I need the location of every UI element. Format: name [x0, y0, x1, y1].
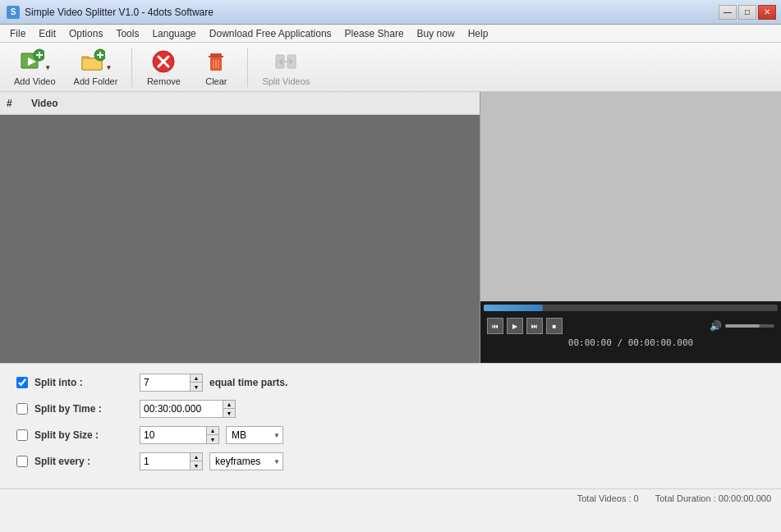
split-by-time-input-container: ▲ ▼	[140, 400, 236, 418]
controls-row: ⏮ ▶ ⏭ ■ 🔊	[484, 316, 778, 336]
remove-label: Remove	[147, 76, 181, 86]
total-duration-status: Total Duration : 00:00:00.000	[655, 493, 771, 503]
add-video-arrow[interactable]: ▼	[44, 48, 51, 75]
split-every-input-container: ▲ ▼	[140, 452, 203, 470]
volume-slider[interactable]	[725, 324, 774, 328]
video-list: # Video	[0, 92, 480, 363]
bottom-panel: Split into : ▲ ▼ equal time parts. Split…	[0, 363, 781, 488]
menu-options[interactable]: Options	[62, 25, 109, 42]
video-list-header: # Video	[0, 92, 480, 115]
split-every-input[interactable]	[140, 453, 190, 470]
volume-fill	[725, 324, 760, 328]
svg-rect-12	[210, 53, 222, 56]
minimize-button[interactable]: —	[719, 5, 737, 20]
split-by-time-input[interactable]	[140, 401, 223, 417]
title-bar: S Simple Video Splitter V1.0 - 4dots Sof…	[0, 0, 781, 25]
progress-bar-fill	[484, 305, 543, 311]
equal-time-label: equal time parts.	[209, 377, 287, 388]
split-into-input[interactable]	[140, 374, 190, 391]
volume-icon: 🔊	[710, 320, 722, 332]
split-every-checkbox[interactable]	[16, 456, 28, 467]
menu-edit[interactable]: Edit	[32, 25, 62, 42]
menu-language[interactable]: Language	[145, 25, 202, 42]
split-by-time-row: Split by Time : ▲ ▼	[16, 400, 765, 418]
split-videos-button[interactable]: Split Videos	[255, 46, 317, 89]
skip-forward-button[interactable]: ⏭	[526, 318, 543, 334]
player-controls: ⏮ ▶ ⏭ ■ 🔊 00:00:00 / 00:00:00.000	[480, 301, 781, 363]
split-every-unit-container: keyframes seconds frames ▼	[209, 452, 283, 470]
split-by-time-label[interactable]: Split by Time :	[34, 403, 133, 415]
window-title: Simple Video Splitter V1.0 - 4dots Softw…	[25, 7, 214, 18]
maximize-button[interactable]: □	[738, 5, 756, 20]
split-every-spin-down[interactable]: ▼	[191, 461, 202, 470]
split-size-unit-select[interactable]: MB GB KB	[226, 426, 283, 444]
add-video-icon	[18, 48, 44, 75]
split-videos-icon	[273, 48, 299, 75]
split-size-unit-container: MB GB KB ▼	[226, 426, 283, 444]
toolbar-separator-1	[131, 48, 132, 87]
video-list-body	[0, 115, 480, 363]
clear-label: Clear	[205, 76, 227, 86]
split-into-label[interactable]: Split into :	[34, 377, 133, 388]
remove-icon	[150, 48, 177, 75]
split-every-spinners: ▲ ▼	[190, 453, 202, 470]
play-button[interactable]: ▶	[507, 318, 523, 334]
split-size-spinners: ▲ ▼	[206, 427, 218, 443]
add-folder-icon	[79, 48, 105, 75]
split-every-row: Split every : ▲ ▼ keyframes seconds fram…	[16, 452, 765, 470]
svg-rect-13	[209, 56, 223, 57]
toolbar: ▼ Add Video ▼ Add Folder	[0, 43, 781, 92]
split-by-size-label[interactable]: Split by Size :	[34, 429, 133, 441]
app-icon: S	[7, 6, 20, 19]
split-size-spin-up[interactable]: ▲	[207, 427, 218, 435]
split-size-spin-down[interactable]: ▼	[207, 435, 218, 443]
time-display: 00:00:00 / 00:00:00.000	[484, 336, 778, 350]
split-by-size-checkbox[interactable]	[16, 429, 28, 441]
toolbar-separator-2	[247, 48, 248, 87]
menu-please-share[interactable]: Please Share	[338, 25, 411, 42]
add-folder-label: Add Folder	[74, 76, 118, 86]
preview-video	[480, 92, 781, 301]
split-time-spin-down[interactable]: ▼	[223, 409, 235, 417]
split-into-spin-up[interactable]: ▲	[191, 374, 202, 383]
window-controls: — □ ✕	[719, 5, 776, 20]
col-num-header: #	[7, 98, 31, 109]
preview-area: ⏮ ▶ ⏭ ■ 🔊 00:00:00 / 00:00:00.000	[480, 92, 781, 363]
menu-file[interactable]: File	[3, 25, 32, 42]
split-by-size-input-container: ▲ ▼	[140, 426, 219, 444]
main-area: # Video ⏮ ▶ ⏭ ■ 🔊	[0, 92, 781, 363]
status-bar: Total Videos : 0 Total Duration : 00:00:…	[0, 488, 781, 507]
menu-buy-now[interactable]: Buy now	[411, 25, 462, 42]
split-videos-label: Split Videos	[262, 76, 310, 86]
split-into-spinners: ▲ ▼	[190, 374, 202, 391]
split-into-checkbox[interactable]	[16, 377, 28, 388]
split-time-spin-up[interactable]: ▲	[223, 401, 235, 409]
volume-area: 🔊	[710, 320, 774, 332]
progress-bar[interactable]	[484, 305, 778, 311]
menu-help[interactable]: Help	[462, 25, 495, 42]
split-into-spin-down[interactable]: ▼	[191, 383, 202, 391]
add-video-button[interactable]: ▼ Add Video	[7, 46, 63, 89]
playback-buttons: ⏮ ▶ ⏭ ■	[487, 318, 563, 334]
split-by-size-input[interactable]	[140, 427, 206, 443]
clear-button[interactable]: Clear	[191, 46, 241, 89]
close-button[interactable]: ✕	[758, 5, 776, 20]
menu-tools[interactable]: Tools	[109, 25, 145, 42]
add-folder-button[interactable]: ▼ Add Folder	[67, 46, 126, 89]
split-every-unit-select[interactable]: keyframes seconds frames	[209, 452, 283, 470]
menu-bar: File Edit Options Tools Language Downloa…	[0, 25, 781, 43]
menu-download[interactable]: Download Free Applications	[203, 25, 338, 42]
split-by-time-checkbox[interactable]	[16, 403, 28, 415]
split-time-spinners: ▲ ▼	[223, 401, 235, 417]
split-every-label[interactable]: Split every :	[34, 456, 133, 467]
col-video-header: Video	[31, 98, 57, 109]
split-into-input-container: ▲ ▼	[140, 374, 203, 392]
stop-button[interactable]: ■	[546, 318, 563, 334]
split-by-size-row: Split by Size : ▲ ▼ MB GB KB ▼	[16, 426, 765, 444]
remove-button[interactable]: Remove	[139, 46, 188, 89]
total-videos-status: Total Videos : 0	[577, 493, 639, 503]
split-every-spin-up[interactable]: ▲	[191, 453, 202, 461]
skip-back-button[interactable]: ⏮	[487, 318, 503, 334]
add-folder-arrow[interactable]: ▼	[105, 48, 112, 75]
add-video-label: Add Video	[14, 76, 56, 86]
